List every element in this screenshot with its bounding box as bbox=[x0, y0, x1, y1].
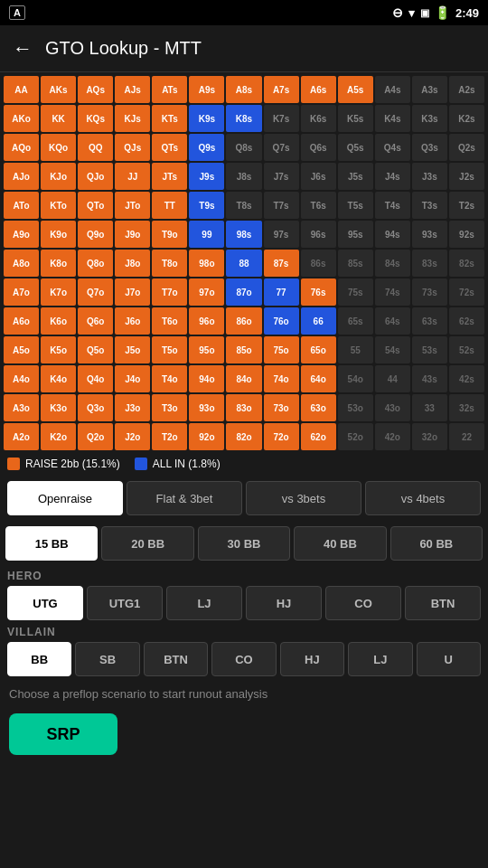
grid-cell[interactable]: K7o bbox=[41, 278, 76, 306]
grid-cell[interactable]: 96s bbox=[301, 221, 336, 248]
grid-cell[interactable]: 53s bbox=[412, 336, 447, 363]
grid-cell[interactable]: T2s bbox=[449, 192, 484, 219]
bb-40[interactable]: 40 BB bbox=[294, 526, 386, 561]
grid-cell[interactable]: 74s bbox=[375, 278, 410, 306]
hero-pos-utg1[interactable]: UTG1 bbox=[87, 586, 163, 620]
villain-pos-u[interactable]: U bbox=[417, 642, 481, 676]
grid-cell[interactable]: 93o bbox=[189, 394, 224, 421]
grid-cell[interactable]: 94s bbox=[375, 221, 410, 248]
hero-pos-co[interactable]: CO bbox=[325, 586, 401, 620]
grid-cell[interactable]: A2o bbox=[4, 423, 39, 450]
grid-cell[interactable]: 65o bbox=[301, 336, 336, 363]
back-button[interactable]: ← bbox=[13, 37, 33, 61]
grid-cell[interactable]: 62s bbox=[449, 307, 484, 335]
grid-cell[interactable]: K9s bbox=[189, 105, 224, 132]
grid-cell[interactable]: A7o bbox=[4, 278, 39, 306]
grid-cell[interactable]: 72s bbox=[449, 278, 484, 306]
villain-pos-sb[interactable]: SB bbox=[75, 642, 139, 676]
grid-cell[interactable]: AA bbox=[4, 76, 39, 103]
grid-cell[interactable]: Q8s bbox=[226, 134, 261, 161]
grid-cell[interactable]: QJs bbox=[115, 134, 150, 161]
grid-cell[interactable]: 54s bbox=[375, 336, 410, 363]
grid-cell[interactable]: 42o bbox=[375, 423, 410, 450]
grid-cell[interactable]: 92s bbox=[449, 221, 484, 248]
grid-cell[interactable]: A3s bbox=[412, 76, 447, 103]
grid-cell[interactable]: J3s bbox=[412, 163, 447, 190]
grid-cell[interactable]: QQ bbox=[78, 134, 113, 161]
tab-flat3bet[interactable]: Flat & 3bet bbox=[127, 481, 242, 515]
grid-cell[interactable]: 62o bbox=[301, 423, 336, 450]
grid-cell[interactable]: 95s bbox=[338, 221, 373, 248]
grid-cell[interactable]: T3s bbox=[412, 192, 447, 219]
grid-cell[interactable]: 93s bbox=[412, 221, 447, 248]
grid-cell[interactable]: T6o bbox=[152, 307, 187, 335]
tab-openraise[interactable]: Openraise bbox=[7, 481, 123, 515]
grid-cell[interactable]: 32s bbox=[449, 394, 484, 421]
villain-pos-lj[interactable]: LJ bbox=[348, 642, 412, 676]
grid-cell[interactable]: 86o bbox=[226, 307, 261, 335]
grid-cell[interactable]: KQo bbox=[41, 134, 76, 161]
grid-cell[interactable]: K5o bbox=[41, 336, 76, 363]
grid-cell[interactable]: J2s bbox=[449, 163, 484, 190]
grid-cell[interactable]: 94o bbox=[189, 365, 224, 392]
grid-cell[interactable]: 98s bbox=[226, 221, 261, 248]
villain-pos-bb[interactable]: BB bbox=[7, 642, 71, 676]
grid-cell[interactable]: JJ bbox=[115, 163, 150, 190]
grid-cell[interactable]: Q4s bbox=[375, 134, 410, 161]
grid-cell[interactable]: K8o bbox=[41, 250, 76, 277]
grid-cell[interactable]: 86s bbox=[301, 250, 336, 277]
grid-cell[interactable]: 85o bbox=[226, 336, 261, 363]
grid-cell[interactable]: KTo bbox=[41, 192, 76, 219]
grid-cell[interactable]: 66 bbox=[301, 307, 336, 335]
grid-cell[interactable]: 73s bbox=[412, 278, 447, 306]
grid-cell[interactable]: A6o bbox=[4, 307, 39, 335]
grid-cell[interactable]: Q8o bbox=[78, 250, 113, 277]
grid-cell[interactable]: 42s bbox=[449, 365, 484, 392]
grid-cell[interactable]: J7o bbox=[115, 278, 150, 306]
grid-cell[interactable]: KJs bbox=[115, 105, 150, 132]
grid-cell[interactable]: T3o bbox=[152, 394, 187, 421]
grid-cell[interactable]: K6o bbox=[41, 307, 76, 335]
villain-pos-btn[interactable]: BTN bbox=[144, 642, 208, 676]
grid-cell[interactable]: K8s bbox=[226, 105, 261, 132]
grid-cell[interactable]: 32o bbox=[412, 423, 447, 450]
grid-cell[interactable]: 72o bbox=[264, 423, 299, 450]
grid-cell[interactable]: KK bbox=[41, 105, 76, 132]
grid-cell[interactable]: 95o bbox=[189, 336, 224, 363]
grid-cell[interactable]: 52o bbox=[338, 423, 373, 450]
villain-pos-co[interactable]: CO bbox=[211, 642, 276, 676]
grid-cell[interactable]: T4o bbox=[152, 365, 187, 392]
grid-cell[interactable]: J5s bbox=[338, 163, 373, 190]
grid-cell[interactable]: 52s bbox=[449, 336, 484, 363]
grid-cell[interactable]: Q5s bbox=[338, 134, 373, 161]
grid-cell[interactable]: A3o bbox=[4, 394, 39, 421]
grid-cell[interactable]: 33 bbox=[412, 394, 447, 421]
grid-cell[interactable]: T4s bbox=[375, 192, 410, 219]
grid-cell[interactable]: 54o bbox=[338, 365, 373, 392]
grid-cell[interactable]: QTs bbox=[152, 134, 187, 161]
grid-cell[interactable]: TT bbox=[152, 192, 187, 219]
grid-cell[interactable]: T8s bbox=[226, 192, 261, 219]
tab-vs4bets[interactable]: vs 4bets bbox=[365, 481, 481, 515]
grid-cell[interactable]: 84o bbox=[226, 365, 261, 392]
grid-cell[interactable]: A4s bbox=[375, 76, 410, 103]
grid-cell[interactable]: 96o bbox=[189, 307, 224, 335]
grid-cell[interactable]: T5s bbox=[338, 192, 373, 219]
grid-cell[interactable]: Q3o bbox=[78, 394, 113, 421]
grid-cell[interactable]: K2s bbox=[449, 105, 484, 132]
grid-cell[interactable]: J9s bbox=[189, 163, 224, 190]
grid-cell[interactable]: KTs bbox=[152, 105, 187, 132]
grid-cell[interactable]: 82o bbox=[226, 423, 261, 450]
bb-15[interactable]: 15 BB bbox=[5, 526, 98, 561]
grid-cell[interactable]: 53o bbox=[338, 394, 373, 421]
grid-cell[interactable]: 43o bbox=[375, 394, 410, 421]
srp-button[interactable]: SRP bbox=[9, 713, 117, 755]
grid-cell[interactable]: 88 bbox=[226, 250, 261, 277]
grid-cell[interactable]: T2o bbox=[152, 423, 187, 450]
grid-cell[interactable]: 82s bbox=[449, 250, 484, 277]
grid-cell[interactable]: Q7s bbox=[264, 134, 299, 161]
grid-cell[interactable]: K2o bbox=[41, 423, 76, 450]
grid-cell[interactable]: A5s bbox=[338, 76, 373, 103]
grid-cell[interactable]: JTs bbox=[152, 163, 187, 190]
grid-cell[interactable]: AQo bbox=[4, 134, 39, 161]
